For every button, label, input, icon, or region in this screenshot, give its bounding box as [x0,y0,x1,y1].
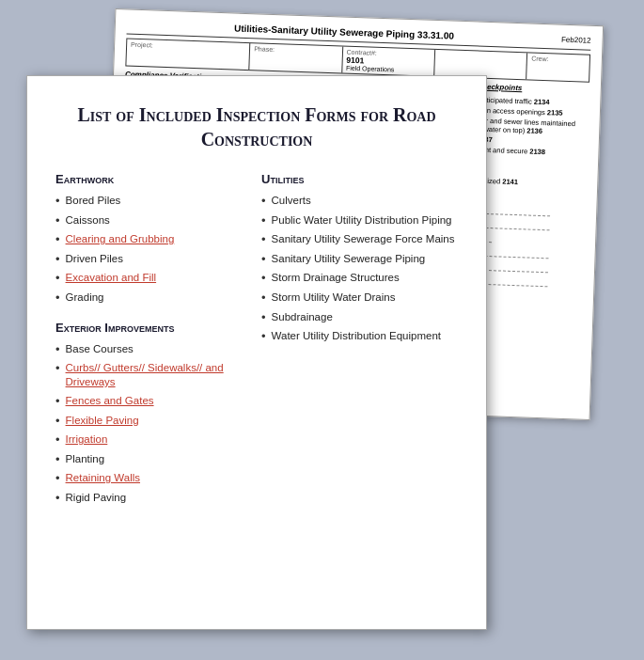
list-item: Flexible Paving [55,414,252,429]
crew-label: Crew: [531,55,586,64]
list-item: Storm Utility Water Drains [261,291,458,306]
list-item: Curbs// Gutters// Sidewalks// and Drivew… [55,361,252,389]
list-item: Irrigation [55,432,252,448]
list-item: Water Utility Distribution Equipment [261,329,458,344]
main-document: List of Included Inspection Forms for Ro… [26,75,487,630]
list-item: Caissons [55,213,252,228]
list-item: Sanitary Utility Sewerage Force Mains [261,232,458,247]
bg-form-date: Feb2012 [561,36,591,45]
list-item: Fences and Gates [55,394,252,409]
main-doc-columns: Earthwork Bored Piles Caissons Clearing … [55,172,458,511]
utilities-title: Utilities [261,172,458,186]
utilities-list: Culverts Public Water Utility Distributi… [261,194,458,344]
list-item: Storm Drainage Structures [261,271,458,286]
list-item: Planting [55,452,252,467]
earthwork-list: Bored Piles Caissons Clearing and Grubbi… [55,194,252,306]
right-column: Utilities Culverts Public Water Utility … [261,172,458,511]
list-item: Clearing and Grubbing [55,232,252,247]
list-item: Sanitary Utility Sewerage Piping [261,252,458,267]
project-label: Project: [131,41,245,52]
list-item: Public Water Utility Distribution Piping [261,213,458,228]
list-item: Base Courses [55,342,252,357]
main-doc-title: List of Included Inspection Forms for Ro… [55,102,458,151]
list-item: Driven Piles [55,252,252,267]
list-item: Excavation and Fill [55,271,252,286]
exterior-title: Exterior Improvements [55,321,252,335]
earthwork-title: Earthwork [55,172,252,186]
list-item: Bored Piles [55,194,252,209]
list-item: Culverts [261,194,458,209]
exterior-list: Base Courses Curbs// Gutters// Sidewalks… [55,342,252,506]
list-item: Rigid Paving [55,491,252,506]
list-item: Subdrainage [261,310,458,325]
left-column: Earthwork Bored Piles Caissons Clearing … [55,172,252,511]
list-item: Grading [55,291,252,306]
phase-label: Phase: [254,45,338,55]
list-item: Retaining Walls [55,471,252,486]
